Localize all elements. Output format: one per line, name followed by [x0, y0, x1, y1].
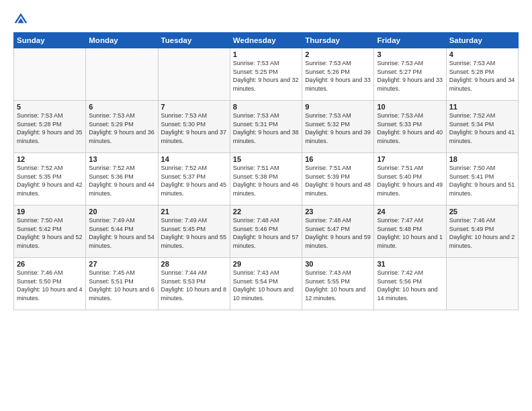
day-number: 29	[233, 260, 299, 268]
day-info: Sunrise: 7:53 AM Sunset: 5:29 PM Dayligh…	[89, 111, 154, 145]
day-info: Sunrise: 7:43 AM Sunset: 5:54 PM Dayligh…	[233, 269, 299, 302]
calendar-cell: 10Sunrise: 7:53 AM Sunset: 5:33 PM Dayli…	[374, 101, 446, 153]
calendar-cell: 9Sunrise: 7:53 AM Sunset: 5:32 PM Daylig…	[302, 101, 374, 153]
day-info: Sunrise: 7:51 AM Sunset: 5:40 PM Dayligh…	[377, 164, 443, 197]
day-number: 5	[17, 103, 83, 111]
day-number: 1	[233, 50, 299, 58]
day-info: Sunrise: 7:49 AM Sunset: 5:45 PM Dayligh…	[161, 216, 227, 250]
day-number: 23	[305, 208, 371, 216]
day-number: 10	[377, 103, 443, 111]
calendar-cell: 25Sunrise: 7:46 AM Sunset: 5:49 PM Dayli…	[446, 205, 518, 258]
calendar-cell: 23Sunrise: 7:48 AM Sunset: 5:47 PM Dayli…	[302, 205, 374, 258]
week-row-5: 26Sunrise: 7:46 AM Sunset: 5:50 PM Dayli…	[14, 258, 519, 310]
day-number: 21	[161, 208, 227, 216]
calendar-cell: 24Sunrise: 7:47 AM Sunset: 5:48 PM Dayli…	[374, 205, 446, 258]
day-info: Sunrise: 7:43 AM Sunset: 5:55 PM Dayligh…	[305, 269, 371, 302]
day-number: 20	[89, 208, 154, 216]
day-info: Sunrise: 7:52 AM Sunset: 5:36 PM Dayligh…	[89, 164, 154, 197]
day-info: Sunrise: 7:52 AM Sunset: 5:34 PM Dayligh…	[449, 111, 515, 145]
day-number: 31	[377, 260, 443, 268]
calendar-cell: 26Sunrise: 7:46 AM Sunset: 5:50 PM Dayli…	[14, 258, 86, 310]
calendar-cell: 17Sunrise: 7:51 AM Sunset: 5:40 PM Dayli…	[374, 153, 446, 205]
week-row-1: 1Sunrise: 7:53 AM Sunset: 5:25 PM Daylig…	[14, 48, 519, 101]
day-info: Sunrise: 7:53 AM Sunset: 5:28 PM Dayligh…	[17, 111, 83, 145]
weekday-header-friday: Friday	[374, 33, 446, 48]
day-number: 18	[449, 155, 515, 163]
weekday-header-row: SundayMondayTuesdayWednesdayThursdayFrid…	[14, 33, 519, 48]
day-number: 13	[89, 155, 154, 163]
day-number: 2	[305, 50, 371, 58]
day-info: Sunrise: 7:53 AM Sunset: 5:28 PM Dayligh…	[449, 59, 515, 93]
calendar-cell: 21Sunrise: 7:49 AM Sunset: 5:45 PM Dayli…	[158, 205, 230, 258]
logo-icon	[13, 12, 28, 27]
calendar-cell: 29Sunrise: 7:43 AM Sunset: 5:54 PM Dayli…	[230, 258, 302, 310]
calendar-cell: 27Sunrise: 7:45 AM Sunset: 5:51 PM Dayli…	[86, 258, 158, 310]
calendar-cell: 3Sunrise: 7:53 AM Sunset: 5:27 PM Daylig…	[374, 48, 446, 101]
calendar-cell: 16Sunrise: 7:51 AM Sunset: 5:39 PM Dayli…	[302, 153, 374, 205]
day-number: 11	[449, 103, 515, 111]
weekday-header-sunday: Sunday	[14, 33, 86, 48]
week-row-4: 19Sunrise: 7:50 AM Sunset: 5:42 PM Dayli…	[14, 205, 519, 258]
day-number: 8	[233, 103, 299, 111]
day-number: 7	[161, 103, 227, 111]
calendar-cell: 18Sunrise: 7:50 AM Sunset: 5:41 PM Dayli…	[446, 153, 518, 205]
day-number: 4	[449, 50, 515, 58]
weekday-header-thursday: Thursday	[302, 33, 374, 48]
day-info: Sunrise: 7:44 AM Sunset: 5:53 PM Dayligh…	[161, 269, 227, 302]
day-number: 25	[449, 208, 515, 216]
logo	[13, 12, 30, 27]
calendar-cell: 11Sunrise: 7:52 AM Sunset: 5:34 PM Dayli…	[446, 101, 518, 153]
calendar-page: SundayMondayTuesdayWednesdayThursdayFrid…	[0, 0, 532, 411]
weekday-header-monday: Monday	[86, 33, 158, 48]
day-info: Sunrise: 7:52 AM Sunset: 5:35 PM Dayligh…	[17, 164, 83, 197]
calendar-cell	[158, 48, 230, 101]
calendar-body: 1Sunrise: 7:53 AM Sunset: 5:25 PM Daylig…	[14, 48, 519, 310]
calendar-cell: 8Sunrise: 7:53 AM Sunset: 5:31 PM Daylig…	[230, 101, 302, 153]
day-number: 30	[305, 260, 371, 268]
calendar-cell	[86, 48, 158, 101]
calendar-cell: 12Sunrise: 7:52 AM Sunset: 5:35 PM Dayli…	[14, 153, 86, 205]
day-info: Sunrise: 7:53 AM Sunset: 5:30 PM Dayligh…	[161, 111, 227, 145]
day-number: 19	[17, 208, 83, 216]
calendar-cell	[446, 258, 518, 310]
day-number: 24	[377, 208, 443, 216]
day-number: 28	[161, 260, 227, 268]
calendar-cell: 14Sunrise: 7:52 AM Sunset: 5:37 PM Dayli…	[158, 153, 230, 205]
day-info: Sunrise: 7:51 AM Sunset: 5:38 PM Dayligh…	[233, 164, 299, 197]
calendar-cell: 28Sunrise: 7:44 AM Sunset: 5:53 PM Dayli…	[158, 258, 230, 310]
day-info: Sunrise: 7:46 AM Sunset: 5:50 PM Dayligh…	[17, 269, 83, 302]
day-info: Sunrise: 7:45 AM Sunset: 5:51 PM Dayligh…	[89, 269, 154, 302]
calendar-table: SundayMondayTuesdayWednesdayThursdayFrid…	[13, 32, 519, 310]
day-number: 6	[89, 103, 154, 111]
weekday-header-tuesday: Tuesday	[158, 33, 230, 48]
day-info: Sunrise: 7:53 AM Sunset: 5:31 PM Dayligh…	[233, 111, 299, 145]
calendar-cell: 6Sunrise: 7:53 AM Sunset: 5:29 PM Daylig…	[86, 101, 158, 153]
calendar-cell: 13Sunrise: 7:52 AM Sunset: 5:36 PM Dayli…	[86, 153, 158, 205]
day-info: Sunrise: 7:48 AM Sunset: 5:47 PM Dayligh…	[305, 216, 371, 250]
day-info: Sunrise: 7:47 AM Sunset: 5:48 PM Dayligh…	[377, 216, 443, 250]
calendar-cell: 2Sunrise: 7:53 AM Sunset: 5:26 PM Daylig…	[302, 48, 374, 101]
calendar-cell: 4Sunrise: 7:53 AM Sunset: 5:28 PM Daylig…	[446, 48, 518, 101]
day-info: Sunrise: 7:53 AM Sunset: 5:32 PM Dayligh…	[305, 111, 371, 145]
day-info: Sunrise: 7:53 AM Sunset: 5:27 PM Dayligh…	[377, 59, 443, 93]
day-number: 22	[233, 208, 299, 216]
day-info: Sunrise: 7:48 AM Sunset: 5:46 PM Dayligh…	[233, 216, 299, 250]
calendar-cell: 20Sunrise: 7:49 AM Sunset: 5:44 PM Dayli…	[86, 205, 158, 258]
weekday-header-saturday: Saturday	[446, 33, 518, 48]
header	[13, 12, 519, 27]
day-info: Sunrise: 7:53 AM Sunset: 5:33 PM Dayligh…	[377, 111, 443, 145]
calendar-cell: 5Sunrise: 7:53 AM Sunset: 5:28 PM Daylig…	[14, 101, 86, 153]
calendar-cell: 1Sunrise: 7:53 AM Sunset: 5:25 PM Daylig…	[230, 48, 302, 101]
day-number: 26	[17, 260, 83, 268]
day-info: Sunrise: 7:46 AM Sunset: 5:49 PM Dayligh…	[449, 216, 515, 250]
calendar-cell: 7Sunrise: 7:53 AM Sunset: 5:30 PM Daylig…	[158, 101, 230, 153]
day-info: Sunrise: 7:51 AM Sunset: 5:39 PM Dayligh…	[305, 164, 371, 197]
week-row-3: 12Sunrise: 7:52 AM Sunset: 5:35 PM Dayli…	[14, 153, 519, 205]
day-number: 14	[161, 155, 227, 163]
day-number: 12	[17, 155, 83, 163]
calendar-cell: 15Sunrise: 7:51 AM Sunset: 5:38 PM Dayli…	[230, 153, 302, 205]
week-row-2: 5Sunrise: 7:53 AM Sunset: 5:28 PM Daylig…	[14, 101, 519, 153]
calendar-cell: 31Sunrise: 7:42 AM Sunset: 5:56 PM Dayli…	[374, 258, 446, 310]
day-number: 16	[305, 155, 371, 163]
day-info: Sunrise: 7:52 AM Sunset: 5:37 PM Dayligh…	[161, 164, 227, 197]
